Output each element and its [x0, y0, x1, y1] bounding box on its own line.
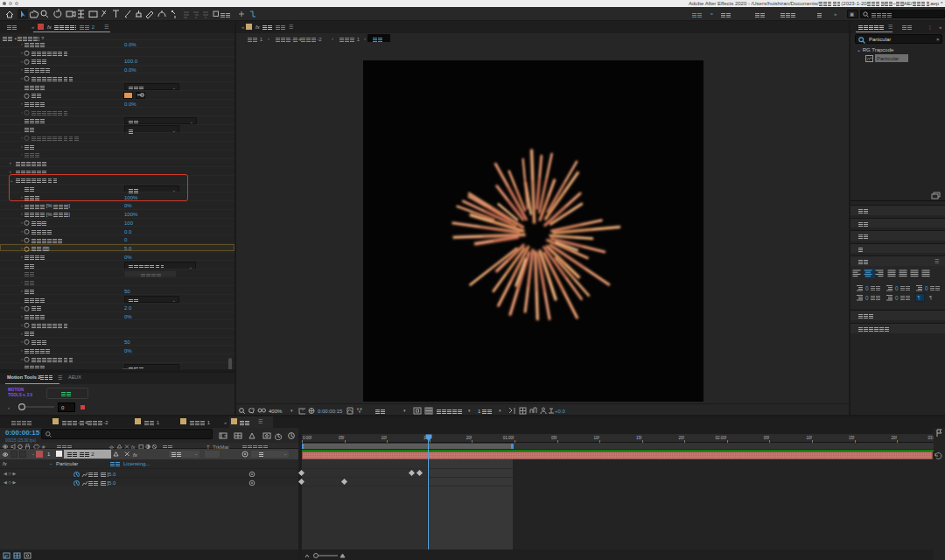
svg-text:▾: ▾ [403, 408, 406, 413]
svg-text:0: 0 [865, 285, 869, 291]
svg-text:0: 0 [925, 285, 928, 291]
svg-text:▾: ▾ [290, 408, 293, 413]
svg-text:0: 0 [895, 285, 899, 291]
svg-text:0: 0 [865, 295, 869, 301]
svg-text:0: 0 [895, 295, 899, 301]
svg-text:▾: ▾ [499, 408, 501, 413]
svg-text:▾: ▾ [468, 408, 471, 413]
svg-text:fx: fx [133, 452, 138, 458]
